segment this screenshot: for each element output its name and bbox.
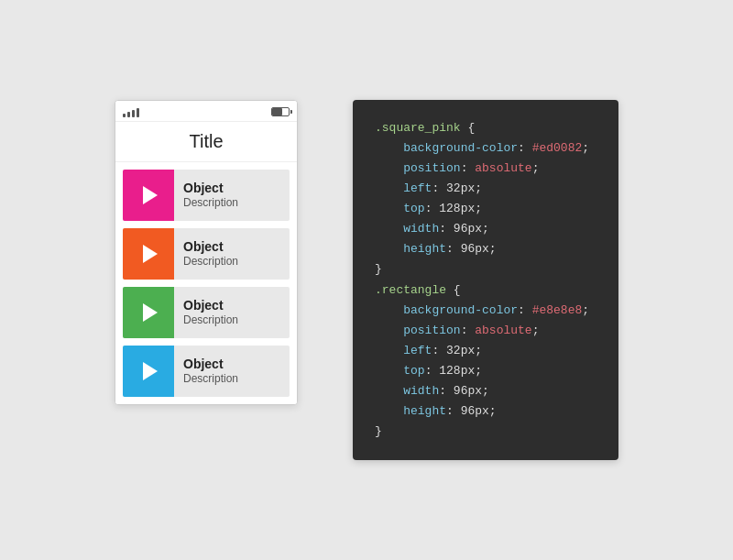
prop-10: top [403, 364, 424, 378]
code-line-2: background-color: #ed0082; [375, 138, 596, 159]
item-text-3: Object Description [174, 290, 290, 335]
item-icon-2 [123, 228, 174, 280]
prop-1: background-color [403, 141, 518, 155]
item-desc-3: Description [183, 313, 280, 328]
code-line-13: top: 128px; [375, 361, 596, 381]
code-line-6: width: 96px; [375, 219, 596, 239]
val-9: 32px [446, 344, 475, 357]
signal-bar-1 [123, 114, 126, 117]
main-container: Title Object Description Object Des [78, 63, 655, 498]
code-line-8: } [375, 259, 596, 280]
prop-3: left [403, 181, 432, 195]
code-line-12: left: 32px; [375, 341, 596, 361]
code-line-10: background-color: #e8e8e8; [375, 301, 596, 321]
play-icon-4 [143, 362, 158, 380]
item-desc-4: Description [183, 372, 280, 387]
item-text-2: Object Description [174, 231, 290, 277]
prop-5: width [403, 222, 439, 236]
prop-2: position [403, 161, 460, 175]
code-line-1: .square_pink { [375, 118, 596, 138]
code-line-7: height: 96px; [375, 239, 596, 259]
val-3: 32px [446, 181, 475, 195]
item-icon-3 [123, 287, 174, 338]
val-12: 96px [461, 404, 489, 418]
prop-8: position [403, 324, 460, 337]
code-panel: .square_pink { background-color: #ed0082… [353, 100, 618, 461]
code-line-3: position: absolute; [375, 159, 596, 179]
item-title-1: Object [183, 180, 280, 196]
prop-9: left [403, 344, 432, 357]
brace-3: } [375, 424, 382, 438]
list-item[interactable]: Object Description [123, 170, 290, 221]
play-icon-3 [143, 303, 158, 322]
val-2: absolute [475, 161, 531, 175]
val-7: #e8e8e8 [532, 303, 583, 317]
prop-12: height [403, 404, 446, 418]
status-bar [115, 101, 297, 122]
battery-fill [272, 108, 282, 115]
signal-bar-2 [127, 112, 130, 117]
signal-bars [123, 106, 139, 117]
val-5: 96px [454, 222, 482, 236]
code-line-15: height: 96px; [375, 401, 596, 422]
item-desc-2: Description [183, 255, 280, 269]
selector-2: .rectangle [375, 283, 446, 297]
signal-bar-3 [132, 110, 135, 117]
play-icon-1 [143, 186, 158, 204]
code-line-5: top: 128px; [375, 199, 596, 219]
code-line-4: left: 32px; [375, 179, 596, 199]
phone-mock: Title Object Description Object Des [115, 100, 298, 405]
item-title-3: Object [183, 297, 280, 313]
item-text-4: Object Description [174, 348, 290, 394]
item-desc-1: Description [183, 196, 280, 211]
list-item[interactable]: Object Description [123, 287, 290, 338]
selector-1: .square_pink [375, 121, 461, 135]
code-line-16: } [375, 422, 596, 442]
val-11: 96px [454, 384, 482, 398]
phone-title: Title [115, 122, 297, 162]
list-item[interactable]: Object Description [123, 346, 290, 397]
battery-icon [271, 107, 290, 116]
item-icon-1 [123, 170, 174, 221]
val-6: 96px [461, 242, 489, 256]
item-icon-4 [123, 346, 174, 397]
prop-7: background-color [403, 303, 518, 317]
item-title-2: Object [183, 238, 280, 255]
val-4: 128px [439, 202, 475, 215]
brace-2: } [375, 262, 382, 276]
code-line-9: .rectangle { [375, 280, 596, 301]
prop-6: height [403, 242, 446, 256]
item-title-4: Object [183, 356, 280, 372]
list-item[interactable]: Object Description [123, 228, 290, 280]
val-1: #ed0082 [532, 141, 583, 155]
code-line-14: width: 96px; [375, 381, 596, 401]
prop-4: top [403, 202, 424, 215]
code-line-11: position: absolute; [375, 321, 596, 341]
list-items: Object Description Object Description [115, 162, 297, 404]
signal-bar-4 [137, 108, 139, 117]
prop-11: width [403, 384, 439, 398]
val-10: 128px [439, 364, 475, 378]
brace-1: { [461, 121, 476, 135]
val-8: absolute [475, 324, 531, 337]
play-icon-2 [143, 245, 158, 263]
item-text-1: Object Description [174, 172, 290, 218]
